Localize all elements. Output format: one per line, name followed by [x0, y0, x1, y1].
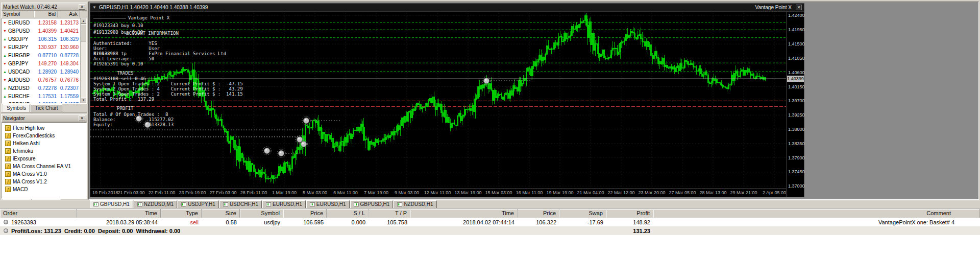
script-icon: ƒ — [5, 171, 11, 177]
chart-tab[interactable]: USDJPY,H1 — [178, 200, 219, 208]
navigator-item-label: MACD — [13, 187, 28, 192]
time-axis[interactable]: 19 Feb 201821 Feb 03:0022 Feb 11:0023 Fe… — [90, 188, 786, 197]
navigator-item[interactable]: ƒHeiken Ashi — [2, 140, 86, 147]
chart-close-icon[interactable]: ✕ — [796, 5, 802, 10]
market-watch-row[interactable]: ▼GBPJPY149.270149.304 — [2, 59, 86, 67]
column-symbol[interactable]: Symbol — [2, 11, 34, 17]
chart-icon — [397, 202, 402, 206]
bid-value: 130.937 — [35, 44, 58, 50]
bid-value: 149.270 — [35, 61, 58, 66]
column-header-swap[interactable]: Swap — [559, 209, 606, 218]
symbol-name: EURJPY — [8, 44, 28, 50]
market-watch-row[interactable]: ▲USDJPY106.315106.329 — [2, 35, 86, 43]
chart-icon — [266, 202, 271, 206]
column-header-profit[interactable]: Profit — [606, 209, 653, 218]
column-header-sl[interactable]: S / L — [327, 209, 369, 218]
order-number: 19263393 — [11, 219, 36, 225]
chart-icon — [223, 202, 228, 206]
tab-symbols[interactable]: Symbols — [3, 104, 30, 112]
navigator-item[interactable]: ƒMA Cross Channel EA V1 — [2, 163, 86, 170]
tab-tick-chart[interactable]: Tick Chart — [31, 104, 62, 112]
chart-icon — [137, 202, 142, 206]
symbol-cell: ▼AUDUSD — [2, 77, 35, 83]
script-icon: ƒ — [5, 148, 11, 154]
candlestick-chart[interactable] — [90, 12, 786, 188]
market-watch-column-header[interactable]: Symbol Bid Ask — [2, 11, 87, 18]
chart-titlebar[interactable]: ▼ GBPUSD,H1 1.40420 1.40440 1.40388 1.40… — [90, 4, 804, 12]
navigator-item[interactable]: ƒIchimoku — [2, 147, 86, 155]
chart-tab[interactable]: GBPUSD,H1 — [350, 200, 394, 208]
market-watch-scrollbar[interactable]: ▲ ▼ — [80, 18, 86, 103]
close-icon[interactable]: ✕ — [79, 4, 85, 10]
time-label: 9 Mar 03:00 — [395, 190, 419, 195]
scroll-thumb[interactable] — [81, 24, 86, 41]
price-label: 1.39250 — [788, 112, 805, 118]
navigator-item[interactable]: ƒForexCandlesticks — [2, 132, 86, 140]
chart-tab-label: NZDUSD,H1 — [404, 201, 433, 207]
ask-value: 1.34037 — [58, 102, 80, 104]
column-header-close-time[interactable]: Time — [410, 209, 518, 218]
column-header-order[interactable]: Order — [0, 209, 77, 218]
terminal-rows: 192633932018.03.29 05:38:44sell0.58usdjp… — [0, 218, 980, 226]
column-header-size[interactable]: Size — [202, 209, 240, 218]
scroll-down-icon[interactable]: ▼ — [81, 98, 86, 103]
bid-value: 1.33983 — [35, 102, 58, 104]
price-label: 1.41950 — [788, 27, 805, 32]
chart-tab-label: USDJPY,H1 — [188, 201, 215, 207]
market-watch-row[interactable]: ▲USDCAD1.289201.28940 — [2, 67, 86, 76]
script-icon: ƒ — [5, 141, 11, 146]
time-label: 6 Mar 11:00 — [333, 190, 357, 195]
chart-tab[interactable]: NZDUSD,M1 — [134, 200, 177, 208]
column-bid[interactable]: Bid — [34, 11, 58, 17]
column-header-close-price[interactable]: Price — [518, 209, 559, 218]
chart-icon — [354, 202, 359, 206]
navigator-item[interactable]: ƒiExposure — [2, 155, 86, 163]
terminal-summary-row[interactable]: Profit/Loss: 131.23 Credit: 0.00 Deposit… — [0, 226, 980, 235]
chart-tab[interactable]: EURUSD,H1 — [306, 200, 350, 208]
price-label: 1.41050 — [788, 56, 805, 61]
column-header-tp[interactable]: T / P — [369, 209, 410, 218]
scroll-up-icon[interactable]: ▲ — [81, 18, 86, 24]
column-header-comment[interactable]: Comment — [653, 209, 980, 218]
market-watch-titlebar[interactable]: Market Watch: 07:46:42 ✕ — [2, 3, 87, 11]
market-watch-row[interactable]: ▲NZDUSD0.722780.72307 — [2, 84, 86, 92]
chart-tab[interactable]: NZDUSD,H1 — [394, 200, 436, 208]
chart-tabs-bar: GBPUSD,H1NZDUSD,M1USDJPY,H1USDCHF,H1EURU… — [0, 200, 980, 208]
market-watch-row[interactable]: ▼AUDUSD0.767570.76776 — [2, 76, 86, 84]
navigator-item-label: ForexCandlesticks — [13, 133, 55, 138]
market-watch-row[interactable]: ▼GBPUSD1.403991.40421 — [2, 27, 86, 35]
navigator-titlebar[interactable]: Navigator ✕ — [2, 114, 87, 122]
chart-menu-icon[interactable]: ▼ — [92, 5, 96, 10]
close-icon[interactable]: ✕ — [79, 115, 85, 121]
column-header-open-time[interactable]: Time — [77, 209, 161, 218]
market-watch-row[interactable]: ▼EURJPY130.937130.960 — [2, 43, 86, 51]
time-label: 29 Mar 21:00 — [730, 190, 757, 195]
market-watch-row[interactable]: ▼EURUSD1.231581.23173 — [2, 18, 86, 27]
market-watch-row[interactable]: ▲EURGBP0.877100.87728 — [2, 51, 86, 59]
market-watch-row[interactable]: ▲EURCHF1.175311.17559 — [2, 92, 86, 100]
navigator-item[interactable]: ƒMA Cross V1.2 — [2, 178, 86, 186]
chart-tab-label: USDCHF,H1 — [230, 201, 258, 207]
chart-canvas[interactable]: Vantage Point X#19123343 buy 0.10#191329… — [90, 12, 804, 197]
order-row[interactable]: 192633932018.03.29 05:38:44sell0.58usdjp… — [0, 218, 980, 226]
column-header-open-price[interactable]: Price — [283, 209, 327, 218]
time-label: 12 Mar 11:00 — [424, 190, 451, 195]
chart-tab[interactable]: USDCHF,H1 — [219, 200, 262, 208]
navigator-item[interactable]: ƒMA Cross V1.0 — [2, 170, 86, 178]
navigator-item[interactable]: ƒFlexi High low — [2, 124, 86, 132]
terminal-panel: OrderTimeTypeSizeSymbolPriceS / LT / PTi… — [0, 208, 980, 278]
symbol-name: GBPUSD — [8, 28, 30, 34]
column-header-type[interactable]: Type — [161, 209, 202, 218]
column-header-symbol[interactable]: Symbol — [240, 209, 283, 218]
market-watch-row[interactable]: ▲GBPCHF1.339831.34037 — [2, 100, 86, 104]
column-ask[interactable]: Ask — [58, 11, 80, 17]
chart-tab[interactable]: GBPUSD,H1 — [90, 200, 133, 208]
symbol-name: EURCHF — [8, 94, 30, 99]
open-price-cell: 106.595 — [283, 219, 327, 225]
price-label: 1.40600 — [788, 70, 805, 75]
navigator-item[interactable]: ƒMACD — [2, 186, 86, 193]
tp-cell: 105.758 — [369, 219, 410, 225]
time-label: 22 Feb 11:00 — [149, 190, 175, 195]
chart-tab[interactable]: EURUSD,H1 — [262, 200, 306, 208]
price-axis[interactable]: 1.40399 1.424001.419501.415001.410501.40… — [786, 12, 804, 197]
